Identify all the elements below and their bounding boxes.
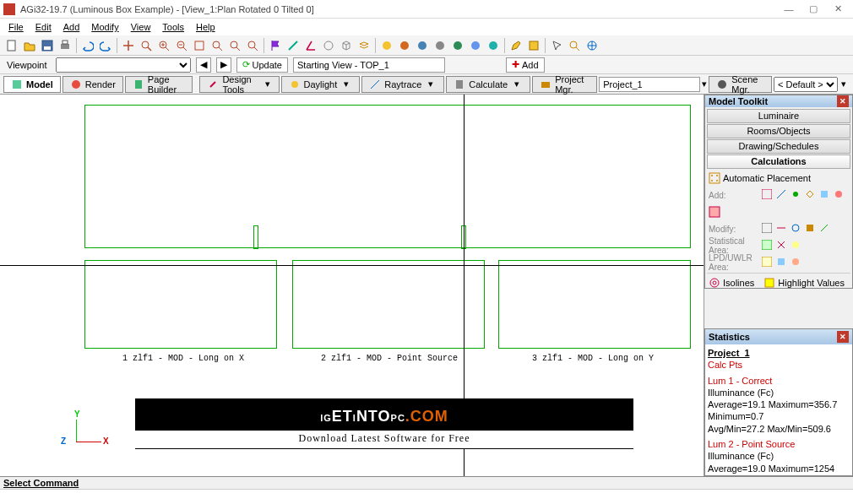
command-input[interactable] xyxy=(0,489,853,504)
tab-page-builder[interactable]: Page Builder xyxy=(125,76,193,93)
close-button[interactable]: ✕ xyxy=(826,2,850,17)
stat-1-icon[interactable] xyxy=(762,240,774,252)
sphere5-icon[interactable] xyxy=(449,37,466,54)
scene-dropdown[interactable]: ▾ xyxy=(838,79,850,89)
menu-file[interactable]: File xyxy=(3,20,29,34)
modify-4-icon[interactable] xyxy=(805,223,817,235)
zoom-center-icon[interactable] xyxy=(244,37,261,54)
add-line-icon[interactable] xyxy=(776,189,788,201)
project-input[interactable] xyxy=(599,77,700,92)
menu-add[interactable]: Add xyxy=(58,20,85,34)
lpd-2-icon[interactable] xyxy=(776,257,788,268)
add-poly-icon[interactable] xyxy=(805,189,817,201)
flag-icon[interactable] xyxy=(267,37,284,54)
lpd-1-icon[interactable] xyxy=(762,257,774,268)
tab-calculate[interactable]: Calculate▾ xyxy=(446,76,530,93)
add-grid-icon[interactable] xyxy=(762,189,774,201)
globe-icon[interactable] xyxy=(584,37,600,54)
prev-view-button[interactable]: ◀ xyxy=(196,57,211,73)
app-icon xyxy=(3,3,15,15)
modify-2-icon[interactable] xyxy=(776,223,788,235)
modify-3-icon[interactable] xyxy=(791,223,802,235)
toolkit-rooms[interactable]: Rooms/Objects xyxy=(707,124,850,138)
toolkit-drawing[interactable]: Drawing/Schedules xyxy=(707,139,850,154)
tab-model[interactable]: Model xyxy=(3,76,61,93)
close-toolkit-button[interactable]: ✕ xyxy=(837,95,849,107)
angle-icon[interactable] xyxy=(302,37,319,54)
starting-view-input[interactable] xyxy=(293,57,445,73)
sphere1-icon[interactable] xyxy=(378,37,395,54)
add-area-icon[interactable] xyxy=(819,189,831,201)
zoom-in-icon[interactable] xyxy=(155,37,172,54)
zoom-pan-icon[interactable] xyxy=(120,37,137,54)
add-more-icon[interactable] xyxy=(834,189,845,201)
svg-point-21 xyxy=(570,41,577,48)
svg-point-31 xyxy=(711,175,713,176)
edit-icon[interactable] xyxy=(525,37,542,54)
menu-edit[interactable]: Edit xyxy=(30,20,57,34)
next-view-button[interactable]: ▶ xyxy=(216,57,231,73)
tab-project-mgr[interactable]: Project Mgr. xyxy=(532,76,597,93)
tab-daylight[interactable]: Daylight▾ xyxy=(281,76,361,93)
zoom-extents-icon[interactable] xyxy=(191,37,208,54)
modify-5-icon[interactable] xyxy=(819,223,831,235)
stat-3-icon[interactable] xyxy=(791,240,802,252)
menu-view[interactable]: View xyxy=(126,20,156,34)
minimize-button[interactable]: — xyxy=(777,2,801,17)
open-icon[interactable] xyxy=(21,37,38,54)
project-dropdown[interactable]: ▾ xyxy=(700,79,709,89)
select-icon[interactable] xyxy=(548,37,565,54)
zoom-all-icon[interactable] xyxy=(226,37,243,54)
pencil-icon[interactable] xyxy=(508,37,524,54)
grid-tool-icon[interactable] xyxy=(709,206,720,218)
redo-icon[interactable] xyxy=(97,37,114,54)
viewpoint-select[interactable] xyxy=(56,57,191,73)
svg-point-41 xyxy=(792,225,799,231)
add-point-icon[interactable] xyxy=(791,189,802,201)
sphere3-icon[interactable] xyxy=(414,37,431,54)
layers-icon[interactable] xyxy=(356,37,372,54)
sphere4-icon[interactable] xyxy=(432,37,448,54)
sphere7-icon[interactable] xyxy=(485,37,502,54)
measure-icon[interactable] xyxy=(285,37,302,54)
zoom-prev-icon[interactable] xyxy=(209,37,225,54)
maximize-button[interactable]: ▢ xyxy=(801,2,825,17)
isolines-icon[interactable] xyxy=(709,277,720,289)
highlight-icon[interactable] xyxy=(763,277,775,289)
new-icon[interactable] xyxy=(3,37,20,54)
stat-2-icon[interactable] xyxy=(776,240,788,252)
tab-design-tools[interactable]: Design Tools▾ xyxy=(199,76,279,93)
add-view-button[interactable]: ✚Add xyxy=(506,57,545,73)
menu-modify[interactable]: Modify xyxy=(86,20,123,34)
sphere6-icon[interactable] xyxy=(467,37,484,54)
menu-help[interactable]: Help xyxy=(191,20,220,34)
svg-point-29 xyxy=(718,80,726,89)
svg-point-12 xyxy=(324,41,333,50)
canvas-label-2: 2 zlf1 - MOD - Point Source xyxy=(321,354,458,363)
scene-select[interactable]: < Default > xyxy=(774,77,838,92)
tab-scene-mgr[interactable]: Scene Mgr. xyxy=(709,76,772,93)
svg-point-24 xyxy=(72,80,80,89)
save-icon[interactable] xyxy=(39,37,56,54)
menu-tools[interactable]: Tools xyxy=(157,20,189,34)
tab-render[interactable]: Render xyxy=(62,76,123,93)
toolkit-calculations[interactable]: Calculations xyxy=(707,154,850,169)
svg-rect-28 xyxy=(541,82,550,88)
cube-icon[interactable] xyxy=(338,37,355,54)
print-icon[interactable] xyxy=(57,37,73,54)
tab-raytrace[interactable]: Raytrace▾ xyxy=(361,76,444,93)
close-stats-button[interactable]: ✕ xyxy=(837,331,849,343)
tool-icon[interactable] xyxy=(320,37,337,54)
zoom-out-icon[interactable] xyxy=(173,37,190,54)
modify-1-icon[interactable] xyxy=(762,223,774,235)
lpd-3-icon[interactable] xyxy=(791,257,802,268)
auto-placement-button[interactable]: Automatic Placement xyxy=(723,173,811,183)
svg-point-44 xyxy=(792,241,799,248)
sphere2-icon[interactable] xyxy=(396,37,413,54)
svg-rect-35 xyxy=(762,189,772,199)
undo-icon[interactable] xyxy=(79,37,96,54)
find-icon[interactable] xyxy=(566,37,583,54)
zoom-window-icon[interactable] xyxy=(138,37,155,54)
update-button[interactable]: ⟳Update xyxy=(236,57,288,73)
toolkit-luminaire[interactable]: Luminaire xyxy=(707,109,850,123)
